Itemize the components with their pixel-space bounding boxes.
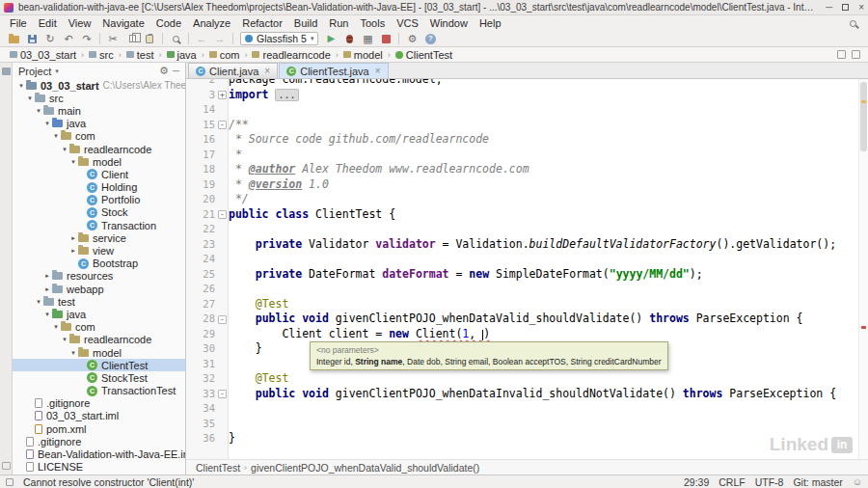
tree-item-java[interactable]: ▾java: [13, 308, 185, 320]
warning-stripe-mark[interactable]: [861, 100, 866, 103]
menu-run[interactable]: Run: [323, 16, 354, 30]
tree-item-readlearncode[interactable]: ▾readlearncode: [13, 143, 185, 155]
tab-ClientTest.java[interactable]: CClientTest.java×: [279, 63, 388, 78]
synchronize-button[interactable]: ↻: [44, 32, 56, 45]
code-line[interactable]: *: [229, 148, 858, 163]
caret-position-indicator[interactable]: 29:39: [684, 476, 709, 488]
encoding-indicator[interactable]: UTF-8: [755, 476, 784, 488]
expanded-arrow-icon[interactable]: ▾: [34, 298, 43, 306]
tree-item-src[interactable]: ▾src: [13, 92, 185, 104]
breadcrumb-item-03_03_start[interactable]: 03_03_start: [8, 49, 78, 61]
tree-item-Holding[interactable]: CHolding: [13, 181, 185, 194]
code-line[interactable]: [229, 102, 858, 118]
tree-item-Client[interactable]: CClient: [13, 168, 185, 180]
gear-icon[interactable]: ⚙: [159, 66, 169, 76]
project-toolwindow-button[interactable]: [2, 68, 11, 75]
stop-button[interactable]: [380, 32, 392, 45]
code-line[interactable]: private DateFormat dateFormat = new Simp…: [229, 267, 858, 283]
fold-marker-icon[interactable]: -: [218, 210, 227, 219]
tab-Client.java[interactable]: CClient.java×: [188, 63, 278, 78]
menu-refactor[interactable]: Refactor: [236, 16, 288, 30]
menu-tools[interactable]: Tools: [354, 16, 391, 30]
save-all-button[interactable]: [26, 32, 38, 45]
tree-item-LICENSE[interactable]: LICENSE: [13, 461, 185, 474]
forward-button[interactable]: →: [214, 32, 226, 45]
tree-item-resources[interactable]: ▸resources: [13, 270, 185, 283]
code-line[interactable]: public void givenClientPOJO_whenDataInva…: [229, 387, 858, 402]
tree-item-ClientTest[interactable]: CClientTest: [13, 359, 185, 371]
code-line[interactable]: [229, 252, 858, 267]
error-stripe-mark[interactable]: [861, 326, 866, 329]
menu-code[interactable]: Code: [150, 16, 187, 30]
close-tab-icon[interactable]: ×: [375, 66, 381, 76]
code-line[interactable]: */: [229, 192, 858, 207]
tree-item-StockTest[interactable]: CStockTest: [13, 371, 185, 384]
favorites-toolwindow-button[interactable]: [2, 462, 11, 470]
run-configuration-select[interactable]: Glassfish 5 ▾: [240, 32, 318, 45]
tree-item-model[interactable]: ▾model: [13, 346, 185, 359]
tree-item-.gitignore[interactable]: .gitignore: [13, 397, 185, 410]
breadcrumb-item-java[interactable]: java: [165, 49, 199, 61]
fold-marker-icon[interactable]: -: [218, 390, 227, 398]
help-button[interactable]: ?: [424, 32, 436, 45]
vcs-branch-indicator[interactable]: Git: master: [793, 476, 842, 488]
close-button[interactable]: ×: [858, 3, 864, 13]
tree-item-Bootstrap[interactable]: CBootstrap: [13, 258, 185, 270]
expanded-arrow-icon[interactable]: ▾: [68, 349, 78, 357]
code-line[interactable]: package com.readlearncode.model;: [229, 79, 858, 88]
breadcrumb-item-com[interactable]: com: [207, 49, 242, 61]
open-file-button[interactable]: [8, 32, 19, 45]
expanded-arrow-icon[interactable]: ▾: [42, 311, 52, 318]
code-line[interactable]: private Validator validator = Validation…: [229, 237, 858, 253]
tree-item-java[interactable]: ▾java: [13, 118, 185, 130]
tree-item-03_03_start[interactable]: ▾03_03_startC:\Users\Alex Theedom\projec…: [13, 79, 185, 92]
code-line[interactable]: * @author Alex Theedom www.readlearncode…: [229, 162, 858, 177]
code-line[interactable]: /**: [229, 118, 858, 133]
code-line[interactable]: }: [229, 431, 858, 447]
expanded-arrow-icon[interactable]: ▾: [68, 158, 78, 166]
tree-item-.gitignore[interactable]: .gitignore: [13, 435, 185, 447]
fold-marker-icon[interactable]: +: [218, 91, 227, 99]
collapsed-arrow-icon[interactable]: ▸: [42, 272, 52, 280]
editor-code[interactable]: package com.readlearncode.model;import .…: [229, 79, 858, 447]
menu-edit[interactable]: Edit: [33, 16, 63, 30]
maximize-button[interactable]: [842, 4, 849, 11]
restore-layout-icon[interactable]: [852, 50, 860, 59]
collapsed-arrow-icon[interactable]: ▸: [68, 234, 78, 242]
tree-item-pom.xml[interactable]: pom.xml: [13, 422, 185, 435]
expanded-arrow-icon[interactable]: ▾: [34, 107, 43, 115]
breadcrumb-item-class[interactable]: ClientTest: [196, 462, 240, 474]
debug-button[interactable]: [343, 32, 355, 45]
breadcrumb-item-readlearncode[interactable]: readlearncode: [250, 49, 332, 61]
editor[interactable]: 23+1415-161718192021-22232425262728-2930…: [186, 79, 868, 459]
copy-button[interactable]: [125, 32, 137, 45]
code-line[interactable]: [229, 417, 858, 432]
cut-button[interactable]: ✂: [107, 32, 119, 45]
chevron-down-icon[interactable]: ▾: [55, 68, 59, 75]
settings-button[interactable]: ⚙: [406, 32, 418, 45]
back-button[interactable]: ←: [196, 32, 207, 45]
menu-file[interactable]: File: [4, 16, 33, 30]
expanded-arrow-icon[interactable]: ▾: [51, 132, 61, 140]
tree-item-main[interactable]: ▾main: [13, 104, 185, 117]
code-line[interactable]: * @version 1.0: [229, 177, 858, 193]
close-tab-icon[interactable]: ×: [264, 66, 270, 76]
code-line[interactable]: [229, 222, 858, 237]
tree-item-service[interactable]: ▸service: [13, 231, 185, 244]
code-line[interactable]: import ...: [229, 88, 858, 103]
fold-marker-icon[interactable]: -: [218, 121, 227, 129]
tree-item-03_03_start.iml[interactable]: 03_03_start.iml: [13, 410, 185, 422]
expanded-arrow-icon[interactable]: ▾: [25, 95, 35, 102]
hide-panel-icon[interactable]: ─: [173, 67, 179, 76]
tree-item-Stock[interactable]: CStock: [13, 206, 185, 219]
coverage-button[interactable]: ▦: [362, 32, 373, 45]
menu-vcs[interactable]: VCS: [391, 16, 424, 30]
code-line[interactable]: [229, 282, 858, 297]
code-line[interactable]: public void givenClientPOJO_whenDataVali…: [229, 312, 858, 327]
expanded-arrow-icon[interactable]: ▾: [42, 120, 52, 127]
expanded-arrow-icon[interactable]: ▾: [60, 146, 69, 153]
breadcrumb-item-ClientTest[interactable]: ClientTest: [393, 49, 454, 61]
search-everywhere-icon[interactable]: [850, 20, 856, 27]
undo-button[interactable]: ↶: [63, 32, 74, 45]
toolwindow-switcher-icon[interactable]: [6, 478, 14, 486]
